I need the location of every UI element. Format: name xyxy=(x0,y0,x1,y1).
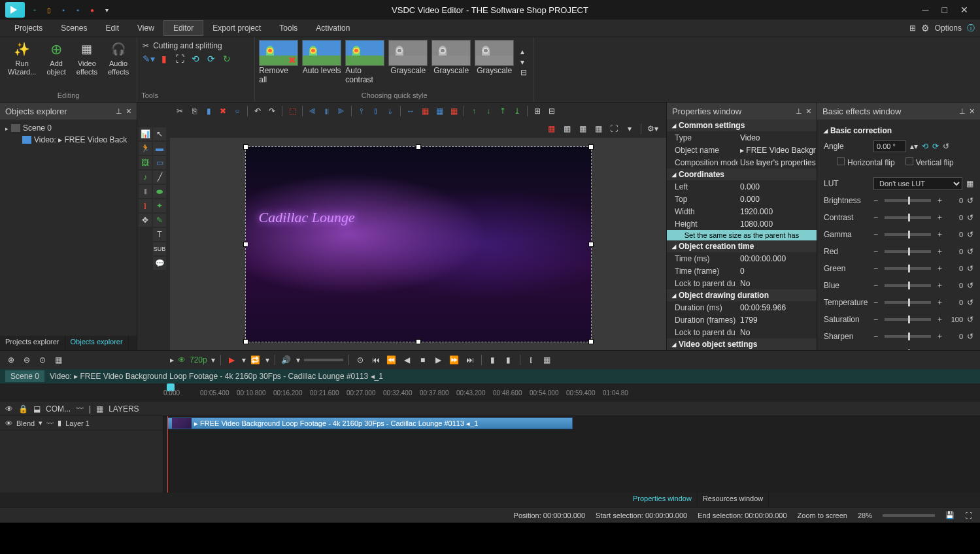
group-icon[interactable]: ⊞ xyxy=(532,105,543,117)
text-tool-icon[interactable]: T xyxy=(153,228,166,241)
section-creation[interactable]: Object creation time xyxy=(667,240,817,252)
tree-video-item[interactable]: Video: ▸ FREE Video Back xyxy=(3,134,134,146)
eye-icon[interactable]: 👁 xyxy=(178,355,186,365)
handle-bm[interactable] xyxy=(416,339,421,344)
align-center-icon[interactable]: ⫼ xyxy=(321,105,333,117)
rewind-icon[interactable]: ⏪ xyxy=(386,354,397,366)
delete-icon[interactable]: ✖ xyxy=(217,105,229,117)
blend-label[interactable]: Blend xyxy=(16,419,35,427)
align-left-icon[interactable]: ⫷ xyxy=(307,105,318,117)
zoom-label[interactable]: Zoom to screen xyxy=(798,512,847,519)
slider-reset-icon[interactable] xyxy=(967,315,973,324)
sub-icon3[interactable]: ▦ xyxy=(577,123,588,135)
menu-scenes[interactable]: Scenes xyxy=(52,21,96,35)
handle-tl[interactable] xyxy=(243,144,248,150)
sub-icon5[interactable]: ⛶ xyxy=(608,123,620,135)
tab-properties-window[interactable]: Properties window xyxy=(628,493,698,507)
rotate-right-icon[interactable]: ⟳ xyxy=(932,142,939,151)
bottom-icon[interactable]: ⤓ xyxy=(511,105,523,117)
expand-icon[interactable]: ▸ xyxy=(170,355,174,365)
cut-split-icon[interactable]: ✂ xyxy=(143,41,149,50)
pen-tool-icon[interactable]: ✎▾ xyxy=(143,53,154,65)
tooltip-tool-icon[interactable]: 💬 xyxy=(153,257,166,270)
handle-tr[interactable] xyxy=(588,144,594,150)
pen2-tool-icon[interactable]: ✎ xyxy=(153,214,166,227)
spectrum-tool-icon[interactable]: ⦀ xyxy=(139,185,152,198)
qat-open-icon[interactable]: ▯ xyxy=(44,5,54,14)
slider-gamma[interactable] xyxy=(885,233,931,236)
stop-icon[interactable]: ■ xyxy=(417,354,429,366)
cut-icon[interactable]: ✂ xyxy=(174,105,186,117)
slider-reset-icon[interactable] xyxy=(967,213,973,222)
vflip-checkbox[interactable]: Vertical flip xyxy=(905,157,954,167)
slider-plus-icon[interactable]: + xyxy=(938,213,942,222)
style-auto-levels[interactable]: Auto levels xyxy=(302,40,341,84)
mark2-icon[interactable]: ▮ xyxy=(503,354,515,366)
layout-icon[interactable]: ⊞ xyxy=(909,24,916,33)
slider-plus-icon[interactable]: + xyxy=(938,332,942,341)
close-icon[interactable] xyxy=(970,106,975,116)
slider-minus-icon[interactable]: − xyxy=(873,196,878,205)
audio-tool-icon[interactable]: ♪ xyxy=(139,171,152,184)
zoom-slider[interactable] xyxy=(883,514,935,517)
visibility-icon[interactable]: 👁 xyxy=(5,404,13,414)
slider-reset-icon[interactable] xyxy=(967,349,973,350)
slider-red[interactable] xyxy=(885,250,931,253)
menu-editor[interactable]: Editor xyxy=(163,20,203,36)
sub-icon4[interactable]: ▦ xyxy=(592,123,604,135)
slider-temperature[interactable] xyxy=(885,301,931,304)
slider-plus-icon[interactable]: + xyxy=(938,196,942,205)
layer1-label[interactable]: Layer 1 xyxy=(65,419,90,427)
move-tool-icon[interactable]: ✥ xyxy=(139,214,152,227)
layer-wave-icon[interactable]: 〰 xyxy=(46,419,54,427)
menu-activation[interactable]: Activation xyxy=(307,21,359,35)
sub-icon2[interactable]: ▦ xyxy=(561,123,573,135)
dist-h-icon[interactable]: ↔ xyxy=(405,105,416,117)
slider-minus-icon[interactable]: − xyxy=(873,332,878,341)
down-icon[interactable]: ↓ xyxy=(482,105,494,117)
tl-more-icon[interactable]: ▦ xyxy=(541,354,553,366)
rotate90-icon[interactable]: ⟲ xyxy=(190,53,201,65)
slider-plus-icon[interactable]: + xyxy=(938,315,942,324)
vol-dropdown-icon[interactable]: ▾ xyxy=(296,355,300,365)
blend-dropdown-icon[interactable]: ▾ xyxy=(39,419,42,427)
ungroup-icon[interactable]: ⊟ xyxy=(546,105,558,117)
slider-minus-icon[interactable]: − xyxy=(873,349,878,350)
crop-tool-icon[interactable]: ⛶ xyxy=(174,53,186,65)
align-mid-icon[interactable]: ⫿ xyxy=(370,105,382,117)
lut-select[interactable]: Don't use LUT xyxy=(873,177,962,190)
lock-icon[interactable]: 🔒 xyxy=(18,404,28,414)
sprite-tool-icon[interactable]: 🏃 xyxy=(139,142,152,155)
paste-icon[interactable]: ▮ xyxy=(203,105,214,117)
slider-reset-icon[interactable] xyxy=(967,230,973,239)
section-coords[interactable]: Coordinates xyxy=(667,169,817,180)
refresh-icon[interactable]: ↻ xyxy=(221,53,233,65)
angle-spinner[interactable]: ▴▾ xyxy=(910,142,918,151)
slider-plus-icon[interactable]: + xyxy=(938,349,942,350)
slider-minus-icon[interactable]: − xyxy=(873,315,878,324)
wave-icon[interactable]: 〰 xyxy=(76,404,84,414)
slider-contrast[interactable] xyxy=(885,216,931,219)
run-wizard-button[interactable]: ✨Run Wizard... xyxy=(4,40,40,78)
play-icon[interactable]: ▶ xyxy=(226,354,238,366)
slider-plus-icon[interactable]: + xyxy=(938,281,942,290)
style-grayscale-1[interactable]: Grayscale xyxy=(388,40,428,84)
slider-brightness[interactable] xyxy=(885,199,931,202)
select-icon[interactable]: ⬚ xyxy=(286,105,298,117)
zoom-out-icon[interactable]: ⊖ xyxy=(21,354,33,366)
style-down-icon[interactable]: ▾ xyxy=(520,57,527,67)
chart-tool-icon[interactable]: 📊 xyxy=(139,127,152,140)
layer-eye-icon[interactable]: 👁 xyxy=(5,419,12,427)
same-size-button[interactable]: Set the same size as the parent has xyxy=(667,230,817,240)
style-up-icon[interactable]: ▴ xyxy=(520,47,527,56)
pin-icon[interactable] xyxy=(796,106,802,116)
slider-blue[interactable] xyxy=(885,284,931,287)
play-dropdown-icon[interactable]: ▾ xyxy=(242,355,246,365)
slider-reset-icon[interactable] xyxy=(967,264,973,273)
rotate-left-icon[interactable]: ⟲ xyxy=(922,142,928,151)
slider-plus-icon[interactable]: + xyxy=(938,247,942,256)
cut-split-label[interactable]: Cutting and splitting xyxy=(153,41,222,50)
lut-browse-icon[interactable]: ▦ xyxy=(966,179,973,188)
save-layout-icon[interactable]: 💾 xyxy=(945,511,955,519)
menu-edit[interactable]: Edit xyxy=(96,21,128,35)
